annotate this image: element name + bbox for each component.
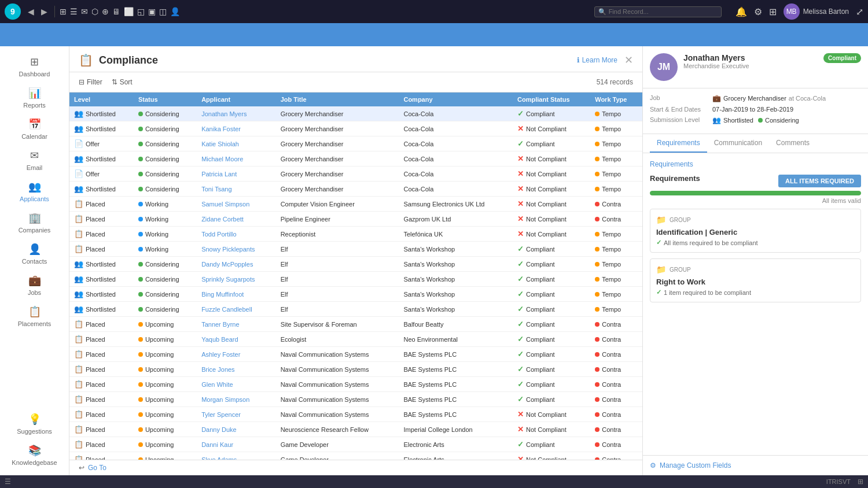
cell-applicant[interactable]: Dandy McPopples bbox=[197, 257, 276, 272]
sidebar-item-applicants[interactable]: 👥 Applicants bbox=[0, 176, 69, 207]
cell-applicant[interactable]: Jonathan Myers bbox=[197, 106, 276, 121]
cell-applicant[interactable]: Snowy Picklepants bbox=[197, 242, 276, 257]
module-icon-5[interactable]: ⊕ bbox=[102, 7, 109, 16]
module-icon-4[interactable]: ⬡ bbox=[91, 7, 98, 16]
module-icon-7[interactable]: ⬜ bbox=[124, 7, 134, 16]
app-logo[interactable]: 9 bbox=[5, 3, 21, 20]
table-row[interactable]: 👥ShortlistedConsideringToni TsangGrocery… bbox=[69, 182, 642, 197]
back-button[interactable]: ◀ bbox=[25, 6, 36, 17]
cell-applicant[interactable]: Danny Duke bbox=[197, 422, 276, 437]
cell-applicant[interactable]: Toni Tsang bbox=[197, 182, 276, 197]
module-icon-8[interactable]: ◱ bbox=[137, 7, 145, 16]
table-row[interactable]: 📋PlacedUpcomingGlen WhiteNaval Communica… bbox=[69, 377, 642, 392]
footer-icon-2[interactable]: ⊞ bbox=[858, 478, 863, 486]
close-button[interactable]: ✕ bbox=[624, 54, 633, 66]
module-icon-3[interactable]: ✉ bbox=[81, 7, 88, 16]
module-icon-11[interactable]: 👤 bbox=[170, 7, 180, 16]
cell-applicant[interactable]: Ashley Foster bbox=[197, 347, 276, 362]
col-header-work-type[interactable]: Work Type bbox=[590, 93, 642, 106]
manage-custom-fields[interactable]: ⚙ Manage Custom Fields bbox=[643, 455, 868, 475]
filter-button[interactable]: ⊟ Filter bbox=[79, 77, 102, 87]
table-row[interactable]: 👥ShortlistedConsideringFuzzle Candlebell… bbox=[69, 302, 642, 317]
user-menu[interactable]: MB Melissa Barton bbox=[784, 3, 849, 20]
expand-icon[interactable]: ⤢ bbox=[856, 6, 863, 17]
cell-applicant[interactable]: Zidane Corbett bbox=[197, 212, 276, 227]
table-row[interactable]: 📋PlacedUpcomingTyler SpencerNaval Commun… bbox=[69, 407, 642, 422]
sort-button[interactable]: ⇅ Sort bbox=[112, 77, 133, 87]
sidebar-item-suggestions[interactable]: 💡 Suggestions bbox=[0, 408, 69, 439]
module-icon-6[interactable]: 🖥 bbox=[112, 7, 120, 16]
sidebar-item-jobs[interactable]: 💼 Jobs bbox=[0, 269, 69, 301]
cell-applicant[interactable]: Morgan Simpson bbox=[197, 392, 276, 407]
cell-applicant[interactable]: Katie Shiolah bbox=[197, 136, 276, 151]
table-row[interactable]: 📋PlacedWorkingZidane CorbettPipeline Eng… bbox=[69, 212, 642, 227]
sidebar-item-contacts[interactable]: 👤 Contacts bbox=[0, 238, 69, 269]
footer-icon-1[interactable]: ☰ bbox=[5, 478, 11, 486]
module-icon-1[interactable]: ⊞ bbox=[60, 7, 67, 16]
tab-comments[interactable]: Comments bbox=[769, 134, 816, 153]
sidebar-item-knowledgebase[interactable]: 📚 Knowledgebase bbox=[0, 439, 69, 471]
cell-applicant[interactable]: Todd Portillo bbox=[197, 227, 276, 242]
sidebar-item-email[interactable]: ✉ Email bbox=[0, 145, 69, 176]
tab-communication[interactable]: Communication bbox=[707, 134, 769, 153]
table-row[interactable]: 📄OfferConsideringPatricia LantGrocery Me… bbox=[69, 167, 642, 182]
cell-applicant[interactable]: Samuel Simpson bbox=[197, 197, 276, 212]
module-icon-10[interactable]: ◫ bbox=[159, 7, 167, 16]
notifications-icon[interactable]: 🔔 bbox=[735, 6, 747, 17]
col-header-level[interactable]: Level bbox=[69, 93, 134, 106]
learn-more-link[interactable]: ℹ Learn More bbox=[577, 56, 617, 64]
cell-applicant[interactable]: Glen White bbox=[197, 377, 276, 392]
table-row[interactable]: 📋PlacedUpcomingTanner ByrneSite Supervis… bbox=[69, 317, 642, 332]
goto-label[interactable]: Go To bbox=[88, 464, 106, 472]
module-icon-2[interactable]: ☰ bbox=[70, 7, 78, 16]
sidebar-item-reports[interactable]: 📊 Reports bbox=[0, 82, 69, 113]
cell-applicant[interactable]: Kanika Foster bbox=[197, 121, 276, 136]
col-header-compliant-status[interactable]: Compliant Status bbox=[513, 93, 590, 106]
table-row[interactable]: 📄OfferConsideringKatie ShiolahGrocery Me… bbox=[69, 136, 642, 151]
module-icon-9[interactable]: ▣ bbox=[148, 7, 156, 16]
table-row[interactable]: 📋PlacedUpcomingDanny DukeNeuroscience Re… bbox=[69, 422, 642, 437]
table-row[interactable]: 📋PlacedWorkingTodd PortilloReceptionistT… bbox=[69, 227, 642, 242]
req-section-link[interactable]: Requirements bbox=[650, 160, 861, 168]
table-row[interactable]: 📋PlacedUpcomingDanni KaurGame DeveloperE… bbox=[69, 437, 642, 452]
table-row[interactable]: 📋PlacedUpcomingYaqub BeardEcologistNeo E… bbox=[69, 332, 642, 347]
global-search[interactable]: 🔍 bbox=[594, 6, 722, 17]
sidebar-item-calendar[interactable]: 📅 Calendar bbox=[0, 113, 69, 145]
table-row[interactable]: 📋PlacedUpcomingMorgan SimpsonNaval Commu… bbox=[69, 392, 642, 407]
table-row[interactable]: 👥ShortlistedConsideringDandy McPopplesEl… bbox=[69, 257, 642, 272]
col-header-status[interactable]: Status bbox=[134, 93, 197, 106]
cell-applicant[interactable]: Brice Jones bbox=[197, 362, 276, 377]
settings-icon[interactable]: ⚙ bbox=[754, 6, 762, 17]
cell-applicant[interactable]: Michael Moore bbox=[197, 151, 276, 167]
all-items-button[interactable]: ALL ITEMS REQUIRED bbox=[778, 175, 861, 187]
col-header-company[interactable]: Company bbox=[399, 93, 513, 106]
table-row[interactable]: 👥ShortlistedConsideringKanika FosterGroc… bbox=[69, 121, 642, 136]
table-row[interactable]: 👥ShortlistedConsideringJonathan MyersGro… bbox=[69, 106, 642, 121]
cell-applicant[interactable]: Skye Adams bbox=[197, 452, 276, 460]
cell-applicant[interactable]: Patricia Lant bbox=[197, 167, 276, 182]
tab-requirements[interactable]: Requirements bbox=[650, 134, 707, 153]
cell-applicant[interactable]: Tyler Spencer bbox=[197, 407, 276, 422]
table-row[interactable]: 📋PlacedUpcomingSkye AdamsGame DeveloperE… bbox=[69, 452, 642, 460]
table-row[interactable]: 👥ShortlistedConsideringBing MuffinfootEl… bbox=[69, 287, 642, 302]
table-row[interactable]: 📋PlacedUpcomingBrice JonesNaval Communic… bbox=[69, 362, 642, 377]
forward-button[interactable]: ▶ bbox=[39, 6, 50, 17]
col-header-job-title[interactable]: Job Title bbox=[276, 93, 399, 106]
sidebar-item-dashboard[interactable]: ⊞ Dashboard bbox=[0, 51, 69, 82]
table-row[interactable]: 👥ShortlistedConsideringSprinkly Sugarpot… bbox=[69, 272, 642, 287]
table-row[interactable]: 📋PlacedWorkingSamuel SimpsonComputer Vis… bbox=[69, 197, 642, 212]
cell-applicant[interactable]: Yaqub Beard bbox=[197, 332, 276, 347]
col-header-applicant[interactable]: Applicant bbox=[197, 93, 276, 106]
cell-applicant[interactable]: Tanner Byrne bbox=[197, 317, 276, 332]
table-row[interactable]: 📋PlacedUpcomingAshley FosterNaval Commun… bbox=[69, 347, 642, 362]
cell-applicant[interactable]: Fuzzle Candlebell bbox=[197, 302, 276, 317]
cell-applicant[interactable]: Bing Muffinfoot bbox=[197, 287, 276, 302]
search-input[interactable] bbox=[609, 8, 718, 15]
cell-applicant[interactable]: Danni Kaur bbox=[197, 437, 276, 452]
table-row[interactable]: 👥ShortlistedConsideringMichael MooreGroc… bbox=[69, 151, 642, 167]
cell-applicant[interactable]: Sprinkly Sugarpots bbox=[197, 272, 276, 287]
grid-icon[interactable]: ⊞ bbox=[769, 6, 777, 17]
sidebar-item-placements[interactable]: 📋 Placements bbox=[0, 301, 69, 332]
table-row[interactable]: 📋PlacedWorkingSnowy PicklepantsElfSanta'… bbox=[69, 242, 642, 257]
sidebar-item-companies[interactable]: 🏢 Companies bbox=[0, 207, 69, 238]
